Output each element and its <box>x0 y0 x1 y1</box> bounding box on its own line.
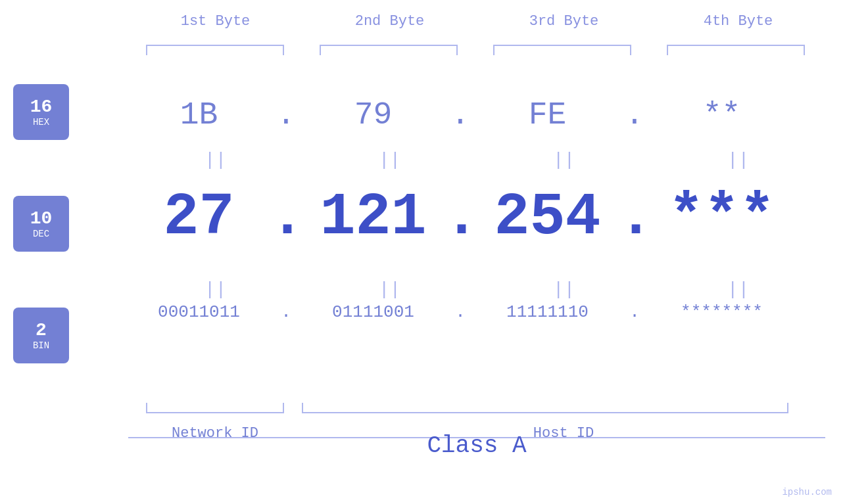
bin-row: 00011011 . 01111001 . 11111110 . *******… <box>128 302 825 322</box>
bin-dot1: . <box>270 302 302 322</box>
dec-base-number: 10 <box>30 208 53 229</box>
hex-dot2: . <box>444 97 477 133</box>
dec-base-label: DEC <box>33 229 49 239</box>
hex-dot3: . <box>618 97 651 133</box>
eq-row-1: || || || || <box>128 150 825 170</box>
eq1-byte4: || <box>651 150 825 170</box>
hex-badge: 16 HEX <box>13 84 69 140</box>
eq1-byte2: || <box>302 150 477 170</box>
eq2-byte3: || <box>477 279 651 300</box>
dec-byte2: 121 <box>302 184 444 251</box>
dec-badge: 10 DEC <box>13 196 69 252</box>
class-label: Class A <box>128 432 825 459</box>
eq1-byte3: || <box>477 150 651 170</box>
dec-byte1: 27 <box>128 184 270 251</box>
byte1-top-bracket <box>146 45 284 55</box>
hex-row: 1B . 79 . FE . ** <box>128 97 825 133</box>
byte3-label: 3rd Byte <box>477 13 651 30</box>
dec-dot2: . <box>444 184 477 251</box>
hex-byte4: ** <box>651 97 792 133</box>
byte4-top-bracket <box>667 45 805 55</box>
host-bracket <box>302 403 788 413</box>
hex-byte2: 79 <box>302 97 444 133</box>
watermark: ipshu.com <box>782 487 832 497</box>
bin-base-number: 2 <box>36 320 47 340</box>
hex-dot1: . <box>270 97 302 133</box>
byte1-label: 1st Byte <box>128 13 302 30</box>
bin-byte3: 11111110 <box>477 302 618 322</box>
dec-dot1: . <box>270 184 302 251</box>
dec-row: 27 . 121 . 254 . *** <box>128 184 825 251</box>
bin-byte4: ******** <box>651 302 792 322</box>
bottom-bracket-row <box>128 403 825 413</box>
eq2-byte4: || <box>651 279 825 300</box>
bin-badge: 2 BIN <box>13 308 69 363</box>
eq1-byte1: || <box>128 150 302 170</box>
hex-byte3: FE <box>477 97 618 133</box>
eq2-byte2: || <box>302 279 477 300</box>
byte2-top-bracket <box>320 45 458 55</box>
hex-base-label: HEX <box>33 117 49 127</box>
byte2-label: 2nd Byte <box>302 13 477 30</box>
bin-dot2: . <box>444 302 477 322</box>
network-bracket <box>146 403 284 413</box>
byte3-top-bracket <box>493 45 631 55</box>
bin-base-label: BIN <box>33 340 49 351</box>
hex-byte1: 1B <box>128 97 270 133</box>
dec-dot3: . <box>618 184 651 251</box>
eq-row-2: || || || || <box>128 279 825 300</box>
dec-byte3: 254 <box>477 184 618 251</box>
dec-byte4: *** <box>651 184 792 251</box>
byte4-label: 4th Byte <box>651 13 825 30</box>
bin-dot3: . <box>618 302 651 322</box>
bin-byte2: 01111001 <box>302 302 444 322</box>
eq2-byte1: || <box>128 279 302 300</box>
hex-base-number: 16 <box>30 97 53 117</box>
bin-byte1: 00011011 <box>128 302 270 322</box>
